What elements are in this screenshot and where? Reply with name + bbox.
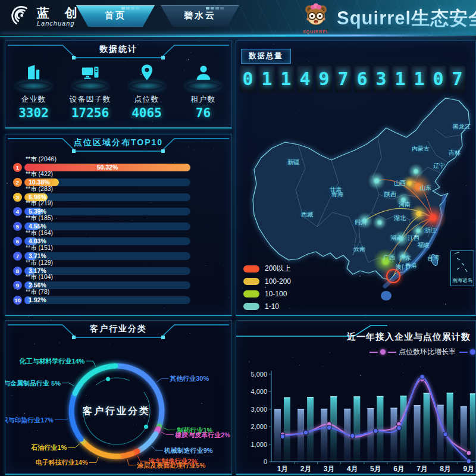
top10-city-label: **市 (164) <box>13 230 198 236</box>
svg-text:4月: 4月 <box>347 465 358 473</box>
map-legend-item[interactable]: 1-10 <box>243 300 291 312</box>
province-label-广西: 广西 <box>383 253 395 262</box>
legend-dot <box>470 349 475 355</box>
stat-location: 点位数 4065 <box>121 62 173 120</box>
header-separator <box>0 36 476 37</box>
top-header: 蓝 创 Lanchuang 首页碧水云 SQUIRREL Squirrel生态安… <box>0 0 476 36</box>
spiral-logo-icon <box>10 5 31 29</box>
province-label-西藏: 西藏 <box>301 211 313 219</box>
top10-row: **市 (219) 4 5.39% <box>13 200 198 215</box>
legend-line <box>459 352 468 353</box>
location-icon <box>137 62 157 86</box>
industry-slice-label: 钢铁与金属制品行业 5% <box>5 378 61 387</box>
legend-line <box>388 352 396 353</box>
province-label-云南: 云南 <box>353 245 365 253</box>
donut-center-label: 客户行业分类 <box>83 405 151 418</box>
star <box>29 317 29 317</box>
mascot-caption: SQUIRREL <box>301 30 331 34</box>
building-icon <box>24 62 44 86</box>
map-legend: 200以上 100-200 10-100 1-10 <box>243 262 291 312</box>
south-china-sea-inset: 南海诸岛 <box>450 250 474 286</box>
industry-slice-label: 其他行业30% <box>170 374 209 383</box>
province-label-陕西: 陕西 <box>384 190 396 199</box>
rank-badge: 10 <box>13 296 22 305</box>
tab-home[interactable]: 首页 <box>76 5 155 27</box>
star <box>401 37 402 38</box>
industry-slice-label: 石油行业1% <box>31 443 67 452</box>
map-legend-item[interactable]: 200以上 <box>243 262 291 275</box>
map-legend-item[interactable]: 100-200 <box>243 275 291 287</box>
industry-slice-label: 电子科技行业14% <box>36 458 88 467</box>
trend-legend-item[interactable]: 点位数环比增长率 <box>369 347 456 357</box>
stat-value: 76 <box>196 106 211 120</box>
top10-city-label: **市 (422) <box>13 171 198 177</box>
legend-line <box>369 352 378 353</box>
top10-bar-track: 1.92% <box>24 296 190 304</box>
province-label-广东: 广东 <box>399 254 411 262</box>
legend-label: 点位数环比增长率 <box>399 347 456 357</box>
top10-panel: 点位区域分布TOP10 **市 (2046) 1 50.32% **市 (422… <box>5 134 232 316</box>
squirrel-mascot-icon <box>302 2 330 29</box>
province-label-湖北: 湖北 <box>394 214 406 223</box>
industry-slice-label: 涂层及表面处理行业5% <box>137 461 205 469</box>
map-legend-item[interactable]: 10-100 <box>243 287 291 300</box>
trend-panel: 近一年接入企业与点位累计数 点位数环比增长率 0 1,000 2,000 3,0… <box>236 320 476 475</box>
svg-text:3月: 3月 <box>324 465 335 473</box>
legend-label: 200以上 <box>265 264 291 274</box>
top10-row: **市 (185) 5 4.55% <box>13 215 198 230</box>
map-heat-marker-teal <box>372 215 387 230</box>
top10-city-label: **市 (185) <box>13 215 198 221</box>
nav-tabs: 首页碧水云 <box>76 0 239 36</box>
top10-city-label: **市 (151) <box>13 245 198 251</box>
stat-value: 17256 <box>71 106 109 120</box>
dashboard: 蓝 创 Lanchuang 首页碧水云 SQUIRREL Squirrel生态安… <box>0 0 476 476</box>
tab-corner-decor <box>121 7 139 10</box>
stat-label: 设备因子数 <box>70 94 111 105</box>
svg-text:9月: 9月 <box>463 465 474 473</box>
province-label-黑龙江: 黑龙江 <box>453 123 471 131</box>
svg-text:4,000: 4,000 <box>250 388 267 395</box>
brand-logo: 蓝 创 Lanchuang <box>10 5 83 29</box>
page-title: Squirrel生态安全云平台 <box>337 6 476 31</box>
stat-building: 企业数 3302 <box>8 62 60 120</box>
industry-donut-chart: 其他行业30%制药行业1%橡胶与皮革行业2%机械制造行业9%汽车制造行业2%涂层… <box>5 321 231 474</box>
industry-slice-label: 纺织与印染行业17% <box>5 415 54 424</box>
industry-slice-label: 化工与材料学行业14% <box>19 356 84 365</box>
legend-swatch <box>243 278 259 285</box>
svg-text:0: 0 <box>264 458 267 465</box>
province-label-山西: 山西 <box>394 179 406 187</box>
stats-row: 企业数 3302 设备因子数 17256 点位数 4065 租户数 76 <box>5 62 231 120</box>
top10-city-label: **市 (129) <box>13 259 198 266</box>
svg-text:2月: 2月 <box>300 465 312 473</box>
tab-corner-decor <box>206 7 224 10</box>
svg-text:8月: 8月 <box>440 465 451 473</box>
top10-row: **市 (78) 10 1.92% <box>13 289 198 303</box>
svg-text:3,000: 3,000 <box>250 406 267 413</box>
svg-text:7月: 7月 <box>416 465 428 473</box>
stat-device: 设备因子数 17256 <box>65 62 116 120</box>
top10-panel-title: 点位区域分布TOP10 <box>5 137 231 148</box>
stat-label: 企业数 <box>21 94 46 105</box>
legend-swatch <box>243 290 259 298</box>
top10-row: **市 (104) 9 2.56% <box>13 274 198 289</box>
top10-row: **市 (164) 6 4.03% <box>13 230 198 245</box>
top10-city-label: **市 (2046) <box>13 156 198 162</box>
stat-user: 租户数 76 <box>178 62 229 120</box>
stat-label: 点位数 <box>134 94 159 105</box>
top10-city-label: **市 (78) <box>13 289 198 295</box>
top10-city-label: **市 (283) <box>13 186 198 192</box>
stat-label: 租户数 <box>191 94 216 105</box>
top10-city-label: **市 (219) <box>13 200 198 206</box>
legend-swatch <box>243 303 259 310</box>
tab-bishuiyun[interactable]: 碧水云 <box>161 5 239 27</box>
province-label-香港: 香港 <box>405 262 417 270</box>
user-icon <box>193 62 214 86</box>
trend-legend-item[interactable] <box>459 349 476 355</box>
legend-dot <box>380 349 386 355</box>
top10-city-label: **市 (104) <box>13 274 198 280</box>
svg-text:1月: 1月 <box>277 465 289 473</box>
stats-panel-title: 数据统计 <box>5 44 231 55</box>
province-label-山东: 山东 <box>419 184 431 192</box>
province-label-辽宁: 辽宁 <box>433 162 445 170</box>
star <box>365 317 366 318</box>
